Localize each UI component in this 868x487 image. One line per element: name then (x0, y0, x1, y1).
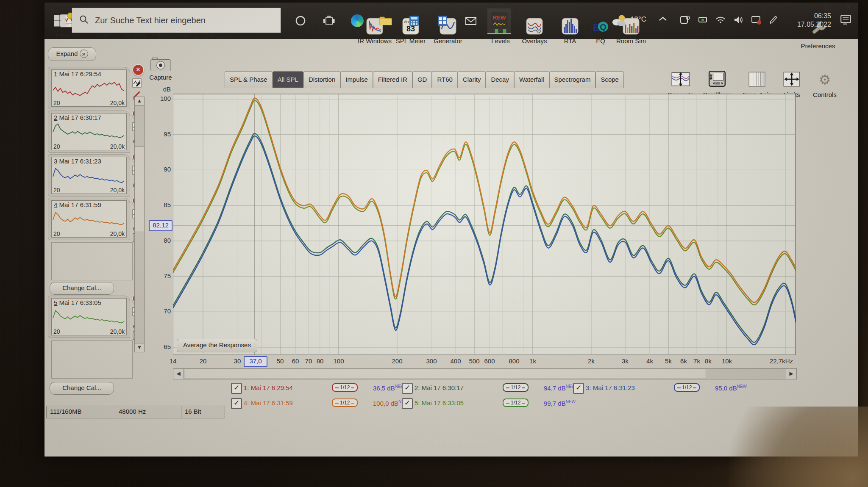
taskbar-app-explorer[interactable] (374, 8, 398, 33)
controls-icon: ⚙ (807, 69, 842, 90)
measurement-item-4[interactable]: 4 Mai 17 6:31:592020,0k× (48, 198, 130, 240)
tab-gd[interactable]: GD (412, 71, 432, 88)
start-button[interactable] (49, 8, 71, 33)
freq-axis-icon (740, 69, 774, 90)
taskbar-app-calculator[interactable] (402, 8, 426, 33)
legend-level-value: 99,7 dBNEW (544, 399, 576, 407)
measurement-thumbnail: 5 Mai 17 6:33:052020,0k (51, 298, 127, 335)
toolbar-label: Room Sim (612, 37, 650, 44)
legend-checkbox[interactable]: ✓ (573, 383, 584, 394)
smoothing-badge[interactable]: 1/12 (674, 383, 700, 392)
plot-vscrollbar-up[interactable]: ▲ (134, 97, 145, 106)
tab-spl-phase[interactable]: SPL & Phase (225, 71, 273, 88)
clock-date: 17.05.2022 (790, 20, 831, 29)
measurement-item-1[interactable]: 1 Mai 17 6:29:542020,0k× (48, 67, 130, 109)
smoothing-badge[interactable]: 1/12 (503, 383, 529, 392)
toolbar-button-overlays[interactable]: Overlays (516, 17, 553, 44)
thumb-xmax-label: 20,0k (110, 230, 125, 237)
status-cell: 111/160MB (46, 406, 118, 418)
db-cursor-readout: 82,12 (149, 220, 172, 231)
tray-battery-icon[interactable] (697, 14, 708, 27)
legend-level-value: 94,7 dBNEW (544, 384, 576, 392)
legend-checkbox[interactable]: ✓ (402, 383, 413, 394)
tab-clarity[interactable]: Clarity (458, 71, 486, 88)
x-tick-label: 300 (426, 357, 437, 365)
plot-hscrollbar-right[interactable]: ▶ (786, 368, 797, 379)
y-tick-label: 100 (154, 95, 171, 102)
taskbar-app-rew[interactable]: REW (487, 8, 511, 34)
capture-button[interactable]: Capture (148, 57, 173, 81)
expand-button[interactable]: Expand » (48, 47, 96, 61)
toolbar-label: Generator (429, 37, 467, 44)
taskbar-app-mail[interactable] (459, 8, 483, 33)
x-tick-label: 1k (529, 357, 536, 365)
legend-level-value: 95,0 dBNEW (715, 384, 747, 392)
tab-impulse[interactable]: Impulse (340, 71, 373, 88)
maximize-button[interactable]: ▢ (821, 3, 834, 12)
tab-all-spl[interactable]: All SPL (273, 71, 303, 88)
rew-logo: REW (491, 12, 508, 29)
tab-distortion[interactable]: Distortion (303, 71, 340, 88)
toolbar-label: SPL Meter (392, 37, 429, 44)
edge-swirl (351, 14, 364, 27)
limits-icon (774, 69, 809, 90)
tab-scope[interactable]: Scope (595, 71, 624, 88)
change-cal-button[interactable]: Change Cal... (50, 382, 114, 395)
measurement-item-3[interactable]: 3 Mai 17 6:31:232020,0k× (48, 154, 130, 196)
svg-text:Q: Q (600, 22, 606, 32)
search-placeholder: Zur Suche Text hier eingeben (95, 16, 206, 25)
graph-tabs: SPL & PhaseAll SPLDistortionImpulseFilte… (225, 71, 624, 88)
legend-checkbox[interactable]: ✓ (231, 383, 242, 394)
tray-pen-icon[interactable] (768, 14, 779, 27)
empty-measurement-slot (51, 242, 133, 280)
clock-time: 06:35 (790, 12, 831, 20)
x-tick-label: 2k (588, 357, 595, 365)
taskbar-app-task-view[interactable] (317, 8, 341, 33)
taskbar-app-cortana[interactable] (289, 8, 312, 33)
plot-vscrollbar-thumb[interactable] (134, 147, 145, 232)
measurement-item-5[interactable]: 5 Mai 17 6:33:052020,0k× (48, 296, 130, 338)
notification-center-icon[interactable] (840, 14, 852, 28)
average-responses-button[interactable]: Average the Responses (177, 339, 257, 352)
tray-chevron-icon[interactable] (658, 15, 668, 25)
smoothing-badge[interactable]: 1/12 (503, 398, 529, 407)
status-bar: 111/160MB48000 Hz16 Bit (45, 406, 228, 418)
change-cal-button[interactable]: Change Cal... (50, 282, 114, 295)
measurement-item-2[interactable]: 2 Mai 17 6:30:172020,0k× (48, 111, 130, 153)
tab-filtered-ir[interactable]: Filtered IR (373, 71, 412, 88)
taskbar-search[interactable]: Zur Suche Text hier eingeben (72, 8, 281, 33)
y-axis-title: dB (154, 86, 171, 93)
x-tick-label: 200 (392, 357, 402, 365)
smoothing-badge[interactable]: 1/12 (332, 398, 358, 407)
tab-rt60[interactable]: RT60 (432, 71, 457, 88)
x-tick-label: 800 (509, 357, 519, 365)
measurement-thumbnail: 1 Mai 17 6:29:542020,0k (51, 69, 127, 107)
tab-spectrogram[interactable]: Spectrogram (549, 71, 596, 88)
plot-vscrollbar-down[interactable]: ▼ (134, 343, 145, 352)
camera-icon (148, 57, 173, 74)
plot-hscrollbar-left[interactable]: ◀ (173, 368, 184, 379)
tab-waterfall[interactable]: Waterfall (514, 71, 549, 88)
graph-control-controls[interactable]: ⚙Controls (807, 69, 842, 98)
tray-volume-icon[interactable] (733, 14, 744, 27)
taskbar-app-store[interactable] (431, 8, 454, 33)
taskbar-clock[interactable]: 06:3517.05.2022 (790, 12, 831, 29)
spl-plot[interactable] (173, 93, 796, 357)
thumb-xmin-label: 20 (53, 230, 60, 237)
laptop-screen: PreferencesGraphHelpDonate ▢ ✕ MeasureOp… (45, 3, 858, 457)
close-button[interactable]: ✕ (842, 3, 855, 12)
weather-icon (610, 14, 627, 30)
plot-hscrollbar-thumb[interactable] (184, 369, 706, 379)
taskbar-app-edge[interactable] (345, 8, 369, 33)
freq-cursor-readout: 37,0 (244, 356, 267, 367)
legend-checkbox[interactable]: ✓ (231, 398, 242, 409)
legend-checkbox[interactable]: ✓ (402, 398, 413, 409)
trace-settings-icon[interactable] (132, 78, 142, 88)
tray-teams-icon[interactable] (679, 14, 690, 27)
tray-wifi-icon[interactable] (715, 14, 726, 27)
tab-decay[interactable]: Decay (486, 71, 514, 88)
smoothing-badge[interactable]: 1/12 (332, 383, 358, 392)
status-cell: 48000 Hz (115, 406, 184, 418)
tray-cast-icon[interactable] (751, 14, 762, 27)
legend-trace-name: 5: Mai 17 6:33:05 (415, 399, 464, 407)
